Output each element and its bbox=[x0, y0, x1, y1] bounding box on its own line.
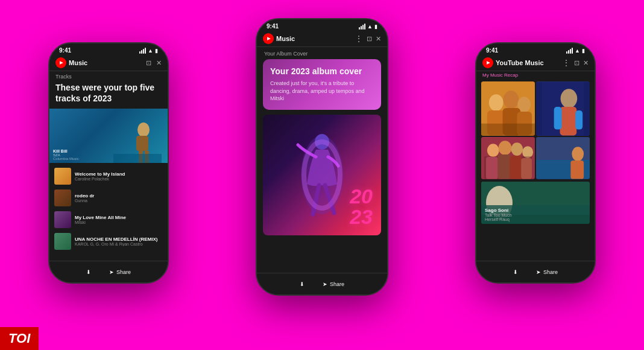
track-artist-2: Caroline Polachek bbox=[75, 177, 163, 181]
track-info-2: Welcome to My Island Caroline Polachek bbox=[75, 171, 163, 181]
track-name-2: Welcome to My Island bbox=[75, 171, 163, 177]
right-signal-bar-4 bbox=[572, 48, 573, 54]
svg-rect-22 bbox=[536, 82, 590, 136]
right-status-icons: ▲ ▮ bbox=[566, 48, 585, 54]
signal-bar-4 bbox=[145, 48, 146, 54]
svg-point-36 bbox=[572, 147, 584, 161]
track-name-4: My Love Mine All Mine bbox=[75, 215, 163, 220]
center-signal-bar-4 bbox=[364, 24, 365, 30]
svg-rect-1 bbox=[136, 136, 148, 151]
svg-rect-4 bbox=[113, 154, 162, 163]
left-hero-image: Kill Bill SZA Columbia Music bbox=[49, 109, 168, 163]
signal-bar-3 bbox=[143, 49, 144, 54]
photo-cell-3 bbox=[481, 137, 535, 179]
track-name-5: UNA NOCHE EN MEDELLÍN (REMIX) bbox=[75, 237, 163, 242]
left-track-list: Welcome to My Island Caroline Polachek r… bbox=[49, 163, 168, 255]
track-artist-4: Mitski bbox=[75, 220, 163, 224]
track-artist-5: KAROL G, G. Oro Ml & Ryan Castro bbox=[75, 242, 163, 246]
center-yt-icon: ▶ bbox=[263, 33, 274, 44]
svg-point-10 bbox=[504, 91, 519, 109]
photo-2-content bbox=[536, 81, 590, 136]
left-share-btn[interactable]: ➤ Share bbox=[109, 269, 131, 275]
right-bottom-bar: ⬇ ➤ Share bbox=[476, 261, 595, 282]
left-title: These were your top five tracks of 2023 bbox=[49, 81, 168, 109]
center-year-text: 2023 bbox=[350, 186, 373, 227]
svg-point-24 bbox=[487, 144, 499, 157]
center-album-title: Your 2023 album cover bbox=[270, 66, 374, 76]
photo-4-content bbox=[536, 137, 590, 179]
center-phone-notch bbox=[298, 19, 346, 33]
photo-1-content bbox=[481, 81, 535, 136]
right-more-icon[interactable]: ⋮ bbox=[562, 58, 570, 68]
right-download-btn[interactable]: ⬇ bbox=[513, 269, 518, 275]
left-phone: 9:41 ▲ ▮ ▶ Music ⊡ ✕ Tracks These were y… bbox=[48, 42, 169, 284]
left-section-label: Tracks bbox=[49, 71, 168, 81]
center-share-btn[interactable]: ➤ Share bbox=[323, 281, 344, 287]
center-signal-bars bbox=[359, 24, 365, 30]
center-close-icon[interactable]: ✕ bbox=[376, 35, 381, 43]
left-download-btn[interactable]: ⬇ bbox=[86, 269, 91, 275]
center-album-art: 2023 bbox=[263, 115, 381, 235]
photo-cell-2 bbox=[536, 81, 590, 136]
track-info-3: rodeo dr Gunna bbox=[75, 193, 163, 203]
svg-rect-31 bbox=[510, 156, 522, 179]
left-status-time: 9:41 bbox=[59, 47, 71, 54]
right-status-time: 9:41 bbox=[486, 47, 498, 54]
right-signal-bar-2 bbox=[568, 50, 569, 54]
right-cast-icon[interactable]: ⊡ bbox=[574, 59, 579, 67]
left-status-icons: ▲ ▮ bbox=[139, 48, 158, 54]
right-track-name: Sago Soni bbox=[485, 208, 586, 213]
center-status-time: 9:41 bbox=[267, 23, 279, 30]
right-app-name: YouTube Music bbox=[496, 59, 544, 66]
signal-bar-2 bbox=[141, 50, 142, 54]
right-share-label: Share bbox=[543, 269, 558, 275]
center-more-icon[interactable]: ⋮ bbox=[355, 34, 363, 43]
center-yt-logo: ▶ Music bbox=[263, 33, 295, 44]
right-track-sub1: Talk Too Much bbox=[485, 213, 586, 217]
center-wifi-icon: ▲ bbox=[367, 24, 373, 30]
left-phone-notch bbox=[84, 43, 133, 57]
track-name-3: rodeo dr bbox=[75, 193, 163, 199]
center-album-sub: Created just for you, it's a tribute to … bbox=[270, 80, 374, 103]
svg-point-25 bbox=[499, 141, 512, 155]
left-download-icon: ⬇ bbox=[86, 269, 91, 275]
svg-rect-37 bbox=[570, 161, 584, 179]
hero-track-overlay: Kill Bill SZA Columbia Music bbox=[53, 149, 79, 161]
signal-bar-1 bbox=[139, 51, 140, 54]
center-phone: 9:41 ▲ ▮ ▶ Music ⋮ ⊡ ✕ Your Album Cover … bbox=[256, 18, 388, 296]
toi-label: TOI bbox=[8, 331, 30, 346]
track-item-3: rodeo dr Gunna bbox=[49, 187, 168, 209]
right-download-icon: ⬇ bbox=[513, 269, 518, 275]
track-artist-3: Gunna bbox=[75, 199, 163, 203]
track-thumb-3 bbox=[54, 189, 71, 206]
center-download-btn[interactable]: ⬇ bbox=[300, 281, 305, 287]
right-recap-label: My Music Recap bbox=[476, 71, 595, 79]
right-battery-icon: ▮ bbox=[582, 48, 585, 54]
center-section-label: Your Album Cover bbox=[257, 47, 387, 59]
left-phone-content: Tracks These were your top five tracks o… bbox=[49, 71, 168, 274]
svg-point-0 bbox=[137, 122, 150, 137]
left-cast-icon[interactable]: ⊡ bbox=[146, 59, 151, 67]
left-close-icon[interactable]: ✕ bbox=[156, 59, 162, 67]
right-phone-notch bbox=[511, 43, 560, 57]
track-thumb-2 bbox=[54, 168, 71, 185]
center-album-card: Your 2023 album cover Created just for y… bbox=[263, 59, 381, 110]
left-app-header: ▶ Music ⊡ ✕ bbox=[49, 55, 168, 71]
photo-cell-1 bbox=[481, 81, 535, 136]
svg-point-27 bbox=[522, 146, 533, 158]
right-close-icon[interactable]: ✕ bbox=[583, 59, 589, 67]
right-yt-logo: ▶ YouTube Music bbox=[482, 57, 544, 68]
left-yt-icon: ▶ bbox=[55, 57, 66, 68]
right-signal-bars bbox=[566, 48, 573, 54]
right-bottom-track: Sago Soni Talk Too Much Herself Rauq bbox=[481, 182, 590, 224]
right-signal-bar-1 bbox=[566, 51, 567, 54]
signal-bars bbox=[139, 48, 146, 54]
toi-badge: TOI bbox=[0, 327, 39, 350]
center-app-header: ▶ Music ⋮ ⊡ ✕ bbox=[257, 31, 387, 46]
right-share-btn[interactable]: ➤ Share bbox=[536, 269, 558, 275]
right-signal-bar-3 bbox=[570, 49, 571, 54]
center-share-label: Share bbox=[330, 281, 344, 287]
center-cast-icon[interactable]: ⊡ bbox=[367, 35, 372, 43]
photo-cell-4 bbox=[536, 137, 590, 179]
dancer-svg bbox=[295, 130, 349, 220]
